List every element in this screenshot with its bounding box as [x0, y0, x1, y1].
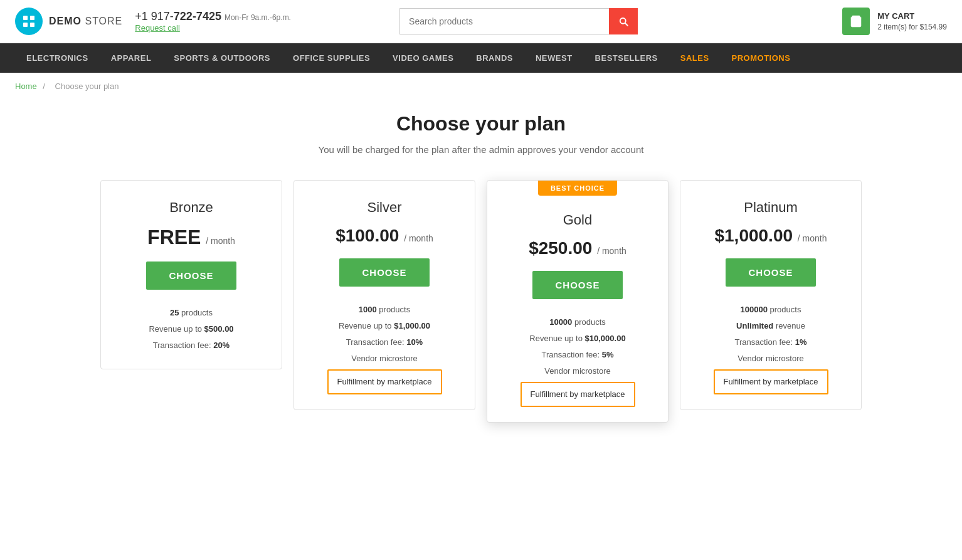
cart-subtitle: 2 item(s) for $154.99 [877, 22, 947, 33]
plan-price-platinum: $1,000.00 / month [693, 226, 848, 246]
plan-features-silver: 1000 products Revenue up to $1,000.00 Tr… [307, 302, 462, 394]
page-title: Choose your plan [15, 112, 947, 135]
cart-button[interactable] [842, 8, 870, 35]
plan-card-bronze: Bronze FREE / month CHOOSE 25 products R… [100, 180, 282, 369]
nav-promotions[interactable]: PROMOTIONS [721, 43, 802, 73]
choose-button-gold[interactable]: CHOOSE [532, 271, 622, 299]
plan-price-gold: $250.00 / month [500, 238, 655, 258]
phone-number: +1 917-722-7425 Mon-Fr 9a.m.-6p.m. [135, 10, 291, 23]
feature-microstore: Vendor microstore [307, 351, 462, 367]
fulfillment-badge-gold: Fulfillment by marketplace [521, 382, 635, 407]
best-choice-badge: BEST CHOICE [538, 181, 617, 196]
feature-revenue: Revenue up to $10,000.00 [500, 330, 655, 347]
fulfillment-badge-platinum: Fulfillment by marketplace [714, 369, 828, 394]
cart-info: MY CART 2 item(s) for $154.99 [877, 11, 947, 33]
contact-area: +1 917-722-7425 Mon-Fr 9a.m.-6p.m. Reque… [135, 10, 291, 33]
nav-sports[interactable]: SPORTS & OUTDOORS [162, 43, 282, 73]
nav-videogames[interactable]: VIDEO GAMES [381, 43, 465, 73]
logo-text: DEMO STORE [49, 16, 122, 27]
plan-features-gold: 10000 products Revenue up to $10,000.00 … [500, 314, 655, 407]
cart-area: MY CART 2 item(s) for $154.99 [842, 8, 947, 35]
feature-transaction: Transaction fee: 10% [307, 334, 462, 351]
feature-products: 25 products [114, 305, 269, 321]
feature-revenue: Revenue up to $1,000.00 [307, 318, 462, 334]
svg-rect-3 [30, 23, 34, 27]
nav-brands[interactable]: BRANDS [465, 43, 524, 73]
nav-newest[interactable]: NEWEST [524, 43, 584, 73]
feature-products: 10000 products [500, 314, 655, 330]
main-content: Choose your plan You will be charged for… [0, 100, 962, 460]
feature-revenue: Unlimited revenue [693, 318, 848, 334]
feature-transaction: Transaction fee: 20% [114, 337, 269, 354]
plan-name-platinum: Platinum [693, 199, 848, 216]
svg-rect-1 [30, 16, 34, 20]
nav-bestsellers[interactable]: BESTSELLERS [584, 43, 669, 73]
feature-microstore: Vendor microstore [500, 363, 655, 379]
search-area [399, 8, 638, 34]
choose-button-silver[interactable]: CHOOSE [339, 258, 429, 287]
plan-name-bronze: Bronze [114, 199, 269, 216]
request-call-link[interactable]: Request call [135, 23, 291, 33]
logo-icon[interactable] [15, 8, 43, 35]
plan-features-platinum: 100000 products Unlimited revenue Transa… [693, 302, 848, 394]
plan-card-gold: BEST CHOICE Gold $250.00 / month CHOOSE … [487, 180, 669, 423]
plan-card-silver: Silver $100.00 / month CHOOSE 1000 produ… [293, 180, 475, 410]
feature-transaction: Transaction fee: 1% [693, 334, 848, 351]
breadcrumb-home[interactable]: Home [15, 82, 37, 91]
svg-rect-2 [23, 23, 28, 27]
search-input[interactable] [399, 8, 609, 34]
nav-electronics[interactable]: ELECTRONICS [15, 43, 100, 73]
nav-apparel[interactable]: APPAREL [100, 43, 163, 73]
cart-title: MY CART [877, 11, 947, 22]
plan-features-bronze: 25 products Revenue up to $500.00 Transa… [114, 305, 269, 354]
nav-office[interactable]: OFFICE SUPPLIES [282, 43, 381, 73]
page-subtitle: You will be charged for the plan after t… [15, 144, 947, 155]
svg-rect-0 [23, 16, 28, 20]
breadcrumb: Home / Choose your plan [0, 73, 962, 100]
choose-button-platinum[interactable]: CHOOSE [726, 258, 815, 287]
plan-name-gold: Gold [500, 212, 655, 228]
nav-sales[interactable]: SALES [669, 43, 721, 73]
plan-card-platinum: Platinum $1,000.00 / month CHOOSE 100000… [680, 180, 862, 410]
main-nav: ELECTRONICS APPAREL SPORTS & OUTDOORS OF… [0, 43, 962, 73]
choose-button-bronze[interactable]: CHOOSE [146, 262, 236, 290]
feature-transaction: Transaction fee: 5% [500, 347, 655, 363]
breadcrumb-current: Choose your plan [55, 82, 119, 91]
feature-products: 1000 products [307, 302, 462, 318]
fulfillment-badge-silver: Fulfillment by marketplace [327, 369, 442, 394]
feature-products: 100000 products [693, 302, 848, 318]
feature-revenue: Revenue up to $500.00 [114, 321, 269, 337]
logo-area: DEMO STORE [15, 8, 122, 35]
plan-price-bronze: FREE / month [114, 226, 269, 249]
plan-price-silver: $100.00 / month [307, 226, 462, 246]
header: DEMO STORE +1 917-722-7425 Mon-Fr 9a.m.-… [0, 0, 962, 43]
plan-name-silver: Silver [307, 199, 462, 216]
feature-microstore: Vendor microstore [693, 351, 848, 367]
plans-container: Bronze FREE / month CHOOSE 25 products R… [15, 180, 947, 423]
search-button[interactable] [609, 8, 638, 34]
